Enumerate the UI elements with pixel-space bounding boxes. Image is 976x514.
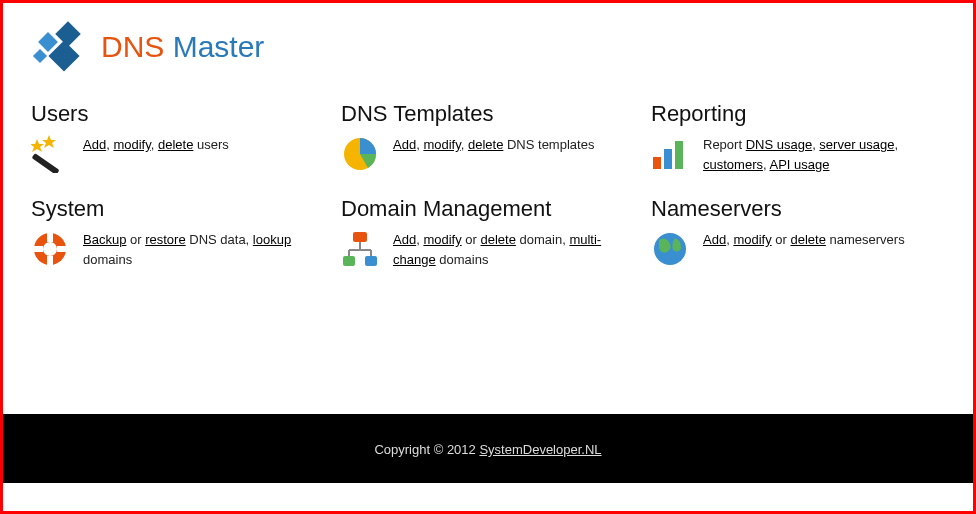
card-text-system: Backup or restore DNS data, lookup domai… bbox=[83, 230, 313, 269]
svg-rect-12 bbox=[57, 246, 67, 252]
link-system-lookup[interactable]: lookup bbox=[253, 232, 291, 247]
card-users: Users Add, modify, delete users bbox=[31, 101, 341, 174]
link-system-restore[interactable]: restore bbox=[145, 232, 185, 247]
link-domain-modify[interactable]: modify bbox=[423, 232, 461, 247]
card-title-reporting: Reporting bbox=[651, 101, 961, 127]
svg-rect-14 bbox=[343, 256, 355, 266]
text-users-suffix: users bbox=[193, 137, 228, 152]
text-ns-suffix: nameservers bbox=[826, 232, 905, 247]
link-users-add[interactable]: Add bbox=[83, 137, 106, 152]
card-dns-templates: DNS Templates Add, modify, delete DNS te… bbox=[341, 101, 651, 174]
card-text-users: Add, modify, delete users bbox=[83, 135, 229, 155]
link-ns-delete[interactable]: delete bbox=[790, 232, 825, 247]
link-domain-delete[interactable]: delete bbox=[480, 232, 515, 247]
footer-spacer bbox=[3, 483, 973, 511]
pie-chart-icon bbox=[341, 135, 379, 173]
card-title-nameservers: Nameservers bbox=[651, 196, 961, 222]
link-report-api[interactable]: API usage bbox=[769, 157, 829, 172]
card-system: System Backup or restore DNS data, looku… bbox=[31, 196, 341, 269]
svg-point-8 bbox=[43, 242, 57, 256]
svg-rect-10 bbox=[47, 256, 53, 266]
card-text-domain: Add, modify or delete domain, multi-chan… bbox=[393, 230, 623, 269]
text-system-mid2: DNS data, bbox=[186, 232, 253, 247]
text-ns-mid: or bbox=[772, 232, 791, 247]
link-users-delete[interactable]: delete bbox=[158, 137, 193, 152]
text-system-mid1: or bbox=[126, 232, 145, 247]
link-ns-modify[interactable]: modify bbox=[733, 232, 771, 247]
link-report-customers[interactable]: customers bbox=[703, 157, 763, 172]
link-domain-add[interactable]: Add bbox=[393, 232, 416, 247]
text-domain-suffix: domains bbox=[436, 252, 489, 267]
card-text-reporting: Report DNS usage, server usage, customer… bbox=[703, 135, 933, 174]
card-domain-management: Domain Management Add, modify or delete … bbox=[341, 196, 651, 269]
text-system-suffix: domains bbox=[83, 252, 132, 267]
brand-title: DNS Master bbox=[101, 30, 264, 64]
link-report-server[interactable]: server usage bbox=[819, 137, 894, 152]
globe-icon bbox=[651, 230, 689, 268]
link-templates-delete[interactable]: delete bbox=[468, 137, 503, 152]
link-users-modify[interactable]: modify bbox=[113, 137, 150, 152]
text-templates-suffix: DNS templates bbox=[503, 137, 594, 152]
svg-rect-2 bbox=[32, 153, 60, 173]
footer-link[interactable]: SystemDeveloper.NL bbox=[479, 442, 601, 457]
card-title-system: System bbox=[31, 196, 341, 222]
card-title-domain: Domain Management bbox=[341, 196, 651, 222]
link-templates-add[interactable]: Add bbox=[393, 137, 416, 152]
svg-marker-1 bbox=[42, 135, 56, 148]
svg-marker-0 bbox=[31, 139, 44, 152]
svg-rect-6 bbox=[675, 141, 683, 169]
text-reporting-prefix: Report bbox=[703, 137, 746, 152]
svg-rect-5 bbox=[664, 149, 672, 169]
logo-icon bbox=[31, 21, 83, 73]
link-system-backup[interactable]: Backup bbox=[83, 232, 126, 247]
svg-rect-9 bbox=[47, 232, 53, 242]
svg-rect-13 bbox=[353, 232, 367, 242]
header: DNS Master bbox=[3, 3, 973, 81]
lifebuoy-icon bbox=[31, 230, 69, 268]
link-ns-add[interactable]: Add bbox=[703, 232, 726, 247]
text-domain-mid2: domain, bbox=[516, 232, 569, 247]
footer: Copyright © 2012 SystemDeveloper.NL bbox=[3, 414, 973, 483]
card-title-dns-templates: DNS Templates bbox=[341, 101, 651, 127]
text-domain-mid: or bbox=[462, 232, 481, 247]
link-report-dns[interactable]: DNS usage bbox=[746, 137, 812, 152]
svg-rect-4 bbox=[653, 157, 661, 169]
svg-rect-11 bbox=[33, 246, 43, 252]
svg-point-20 bbox=[654, 233, 686, 265]
network-icon bbox=[341, 230, 379, 268]
brand-part-master: Master bbox=[164, 30, 264, 63]
footer-copyright: Copyright © 2012 bbox=[374, 442, 479, 457]
bar-chart-icon bbox=[651, 135, 689, 173]
card-text-nameservers: Add, modify or delete nameservers bbox=[703, 230, 905, 250]
link-templates-modify[interactable]: modify bbox=[423, 137, 460, 152]
svg-rect-15 bbox=[365, 256, 377, 266]
card-title-users: Users bbox=[31, 101, 341, 127]
brand-part-dns: DNS bbox=[101, 30, 164, 63]
card-text-dns-templates: Add, modify, delete DNS templates bbox=[393, 135, 594, 155]
card-nameservers: Nameservers Add, modify or delete namese… bbox=[651, 196, 961, 269]
wand-icon bbox=[31, 135, 69, 173]
card-reporting: Reporting Report DNS usage, server usage… bbox=[651, 101, 961, 174]
